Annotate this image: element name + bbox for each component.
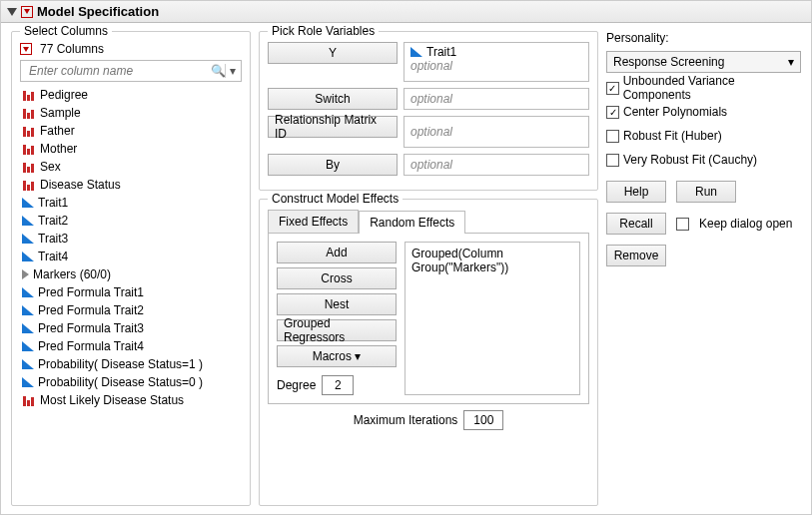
window-title: Model Specification bbox=[37, 4, 159, 19]
list-item[interactable]: Pedigree bbox=[20, 86, 242, 104]
personality-label: Personality: bbox=[606, 31, 801, 45]
search-dropdown-icon[interactable]: ▾ bbox=[225, 64, 239, 78]
pick-role-group: Pick Role Variables Y Trait1 optional Sw… bbox=[259, 31, 598, 191]
search-icon[interactable]: 🔍 bbox=[211, 64, 225, 78]
column-label: Sample bbox=[40, 106, 81, 120]
list-item[interactable]: Probability( Disease Status=1 ) bbox=[20, 355, 242, 373]
center-checkbox[interactable]: ✓ bbox=[606, 106, 619, 119]
keep-open-label: Keep dialog open bbox=[699, 217, 792, 231]
column-label: Mother bbox=[40, 142, 77, 156]
list-item[interactable]: Trait1 bbox=[20, 194, 242, 212]
list-item[interactable]: Disease Status bbox=[20, 176, 242, 194]
list-item[interactable]: Markers (60/0) bbox=[20, 265, 242, 283]
list-item[interactable]: Pred Formula Trait4 bbox=[20, 337, 242, 355]
list-item[interactable]: Pred Formula Trait2 bbox=[20, 301, 242, 319]
list-item[interactable]: Trait4 bbox=[20, 248, 242, 265]
effects-tab-body: Add Cross Nest Grouped Regressors Macros… bbox=[268, 233, 589, 404]
dialog-body: Select Columns 77 Columns 🔍 ▾ PedigreeSa… bbox=[1, 23, 811, 514]
list-item[interactable]: Trait3 bbox=[20, 230, 242, 248]
effect-row[interactable]: Grouped(Column Group("Markers")) bbox=[411, 247, 573, 274]
group-icon bbox=[22, 269, 29, 279]
add-button[interactable]: Add bbox=[277, 242, 397, 263]
list-item[interactable]: Trait2 bbox=[20, 212, 242, 230]
column-label: Probability( Disease Status=1 ) bbox=[38, 357, 203, 371]
continuous-icon bbox=[22, 323, 34, 333]
switch-button[interactable]: Switch bbox=[268, 88, 398, 110]
y-slot[interactable]: Trait1 optional bbox=[404, 42, 589, 82]
personality-select[interactable]: Response Screening ▾ bbox=[606, 51, 801, 73]
disclose-icon[interactable] bbox=[7, 8, 17, 16]
grouped-button[interactable]: Grouped Regressors bbox=[277, 319, 397, 341]
section-icon[interactable] bbox=[21, 6, 33, 18]
nominal-icon bbox=[22, 125, 36, 137]
column-label: Most Likely Disease Status bbox=[40, 393, 184, 407]
by-slot[interactable]: optional bbox=[404, 154, 589, 176]
switch-slot[interactable]: optional bbox=[404, 88, 589, 110]
help-button[interactable]: Help bbox=[606, 181, 666, 203]
column-list[interactable]: PedigreeSampleFatherMotherSexDisease Sta… bbox=[20, 86, 242, 497]
robust-checkbox[interactable] bbox=[606, 130, 619, 143]
tab-fixed[interactable]: Fixed Effects bbox=[268, 210, 359, 233]
list-item[interactable]: Mother bbox=[20, 140, 242, 158]
continuous-icon bbox=[22, 198, 34, 208]
select-columns-legend: Select Columns bbox=[20, 24, 112, 38]
center-label: Center Polynomials bbox=[623, 105, 727, 119]
continuous-icon bbox=[22, 216, 34, 226]
by-button[interactable]: By bbox=[268, 154, 398, 176]
y-value: Trait1 bbox=[426, 45, 456, 59]
construct-group: Construct Model Effects Fixed Effects Ra… bbox=[259, 199, 598, 506]
column-label: Pred Formula Trait2 bbox=[38, 303, 144, 317]
relmat-button[interactable]: Relationship Matrix ID bbox=[268, 116, 398, 138]
continuous-icon bbox=[22, 305, 34, 315]
list-item[interactable]: Most Likely Disease Status bbox=[20, 391, 242, 409]
very-robust-checkbox[interactable] bbox=[606, 154, 619, 167]
recall-button[interactable]: Recall bbox=[606, 213, 666, 235]
middle-panel: Pick Role Variables Y Trait1 optional Sw… bbox=[259, 31, 598, 506]
list-item[interactable]: Sex bbox=[20, 158, 242, 176]
effects-list[interactable]: Grouped(Column Group("Markers")) bbox=[405, 242, 580, 395]
list-item[interactable]: Sample bbox=[20, 104, 242, 122]
remove-button[interactable]: Remove bbox=[606, 245, 666, 266]
column-label: Trait1 bbox=[38, 196, 68, 210]
degree-label: Degree bbox=[277, 378, 316, 392]
tab-random[interactable]: Random Effects bbox=[359, 211, 465, 234]
continuous-icon bbox=[410, 47, 422, 57]
macros-button[interactable]: Macros ▾ bbox=[277, 345, 397, 367]
columns-header: 77 Columns bbox=[20, 42, 242, 56]
list-item[interactable]: Father bbox=[20, 122, 242, 140]
column-label: Pred Formula Trait3 bbox=[38, 321, 144, 335]
column-search[interactable]: 🔍 ▾ bbox=[20, 60, 242, 82]
column-label: Sex bbox=[40, 160, 61, 174]
list-item[interactable]: Probability( Disease Status=0 ) bbox=[20, 373, 242, 391]
list-item[interactable]: Pred Formula Trait1 bbox=[20, 283, 242, 301]
model-spec-window: Model Specification Select Columns 77 Co… bbox=[0, 0, 812, 515]
columns-count: 77 Columns bbox=[40, 42, 104, 56]
continuous-icon bbox=[22, 377, 34, 387]
column-label: Father bbox=[40, 124, 75, 138]
title-bar: Model Specification bbox=[1, 1, 811, 23]
maxiter-input[interactable] bbox=[463, 410, 503, 430]
effects-tabs: Fixed Effects Random Effects bbox=[268, 210, 589, 233]
nominal-icon bbox=[22, 179, 36, 191]
column-label: Trait3 bbox=[38, 232, 68, 246]
nominal-icon bbox=[22, 107, 36, 119]
continuous-icon bbox=[22, 287, 34, 297]
columns-menu-icon[interactable] bbox=[20, 43, 32, 55]
very-robust-label: Very Robust Fit (Cauchy) bbox=[623, 153, 757, 167]
search-input[interactable] bbox=[27, 63, 211, 79]
list-item[interactable]: Pred Formula Trait3 bbox=[20, 319, 242, 337]
cross-button[interactable]: Cross bbox=[277, 267, 397, 289]
select-columns-group: Select Columns 77 Columns 🔍 ▾ PedigreeSa… bbox=[11, 31, 251, 506]
relmat-slot[interactable]: optional bbox=[404, 116, 589, 148]
run-button[interactable]: Run bbox=[676, 181, 736, 203]
keep-open-checkbox[interactable] bbox=[676, 218, 689, 231]
maxiter-label: Maximum Iterations bbox=[354, 413, 458, 427]
nominal-icon bbox=[22, 143, 36, 155]
continuous-icon bbox=[22, 341, 34, 351]
y-button[interactable]: Y bbox=[268, 42, 398, 64]
degree-input[interactable] bbox=[322, 375, 354, 395]
unbounded-checkbox[interactable]: ✓ bbox=[606, 82, 619, 95]
select-columns-panel: Select Columns 77 Columns 🔍 ▾ PedigreeSa… bbox=[11, 31, 251, 506]
nest-button[interactable]: Nest bbox=[277, 293, 397, 315]
continuous-icon bbox=[22, 234, 34, 244]
